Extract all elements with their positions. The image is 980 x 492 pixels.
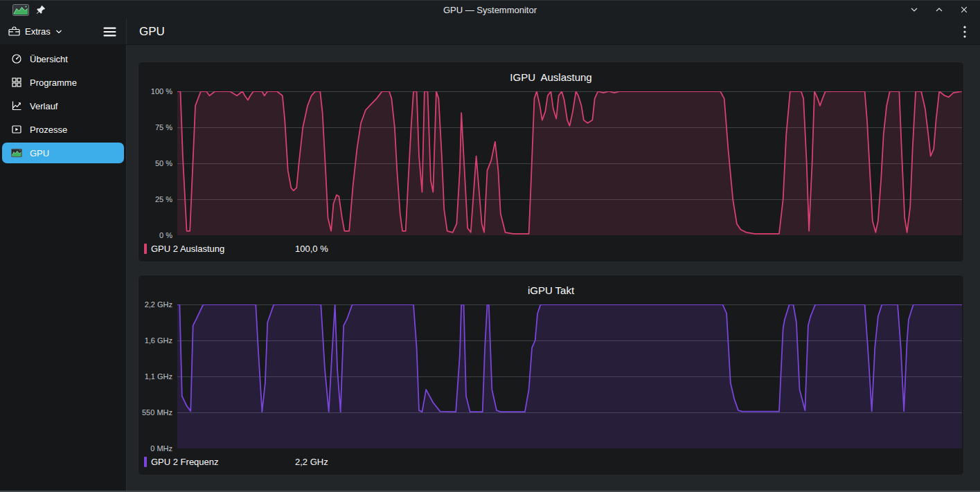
app-window: GPU — Systemmonitor (0, 0, 980, 492)
sidebar-item-prozesse[interactable]: Prozesse (2, 119, 124, 140)
apps-grid-icon (11, 77, 22, 88)
pin-icon[interactable] (36, 5, 46, 15)
sidebar-item-gpu[interactable]: GPU (2, 143, 124, 163)
legend-swatch (144, 244, 147, 254)
chart-card-utilization: IGPU Auslastung 100 %75 %50 %25 %0 % GPU… (138, 62, 964, 262)
overflow-menu-button[interactable] (959, 23, 970, 41)
y-tick-label: 1,1 GHz (145, 372, 172, 381)
sidebar-item-verlauf[interactable]: Verlauf (2, 95, 124, 116)
y-tick-label: 2,2 GHz (145, 300, 172, 309)
page-title: GPU (139, 25, 165, 39)
processes-icon (11, 124, 22, 135)
sidebar-item-label: Übersicht (30, 54, 68, 64)
maximize-button[interactable] (934, 5, 944, 15)
y-tick-label: 550 MHz (142, 408, 172, 417)
chart-title: IGPU Auslastung (139, 62, 963, 91)
content: IGPU Auslastung 100 %75 %50 %25 %0 % GPU… (127, 45, 980, 491)
sidebar: ÜbersichtProgrammeVerlaufProzesseGPU (0, 45, 127, 491)
titlebar[interactable]: GPU — Systemmonitor (0, 1, 980, 19)
y-axis: 100 %75 %50 %25 %0 % (139, 91, 177, 235)
legend: GPU 2 Frequenz 2,2 GHz (139, 448, 963, 475)
y-tick-label: 50 % (155, 158, 172, 168)
minimize-button[interactable] (909, 5, 919, 15)
close-button[interactable] (959, 5, 969, 15)
sidebar-toggle-button[interactable] (102, 26, 118, 38)
sidebar-item-übersicht[interactable]: Übersicht (2, 48, 124, 69)
window-title: GPU — Systemmonitor (0, 5, 980, 15)
gpu-chart-icon (11, 148, 22, 158)
extras-menu-button[interactable]: Extras (7, 23, 64, 41)
toolbox-icon (8, 26, 20, 38)
toolbar-sidebar-section: Extras (0, 19, 127, 44)
sidebar-item-programme[interactable]: Programme (2, 72, 124, 93)
y-tick-label: 25 % (155, 194, 172, 204)
legend-value: 2,2 GHz (295, 457, 328, 467)
sidebar-item-label: Verlauf (30, 101, 57, 111)
app-icon (12, 4, 29, 16)
legend-swatch (144, 457, 147, 467)
y-tick-label: 0 % (159, 230, 172, 240)
chart-card-frequency: iGPU Takt 2,2 GHz1,6 GHz1,1 GHz550 MHz0 … (138, 275, 964, 475)
y-tick-label: 1,6 GHz (145, 336, 172, 345)
legend-label: GPU 2 Auslastung (151, 244, 295, 254)
chart-title: iGPU Takt (139, 275, 963, 304)
chevron-down-icon (55, 26, 62, 37)
plot-area (177, 304, 962, 448)
y-tick-label: 100 % (151, 86, 172, 96)
kebab-icon (963, 26, 966, 38)
series-chart (177, 91, 962, 235)
gauge-icon (11, 53, 22, 64)
hamburger-icon (103, 27, 116, 37)
page-header: GPU (127, 19, 980, 44)
history-chart-icon (11, 100, 22, 111)
sidebar-item-label: GPU (30, 148, 49, 158)
y-tick-label: 75 % (155, 122, 172, 132)
y-tick-label: 0 MHz (150, 444, 172, 453)
legend-label: GPU 2 Frequenz (151, 457, 295, 467)
extras-label: Extras (25, 26, 51, 37)
plot-area (177, 91, 962, 235)
sidebar-item-label: Prozesse (30, 125, 67, 135)
series-chart (177, 304, 962, 448)
toolbar: Extras GPU (0, 19, 980, 45)
y-axis: 2,2 GHz1,6 GHz1,1 GHz550 MHz0 MHz (139, 304, 177, 448)
sidebar-item-label: Programme (30, 78, 77, 88)
legend-value: 100,0 % (295, 244, 328, 254)
legend: GPU 2 Auslastung 100,0 % (139, 235, 963, 262)
